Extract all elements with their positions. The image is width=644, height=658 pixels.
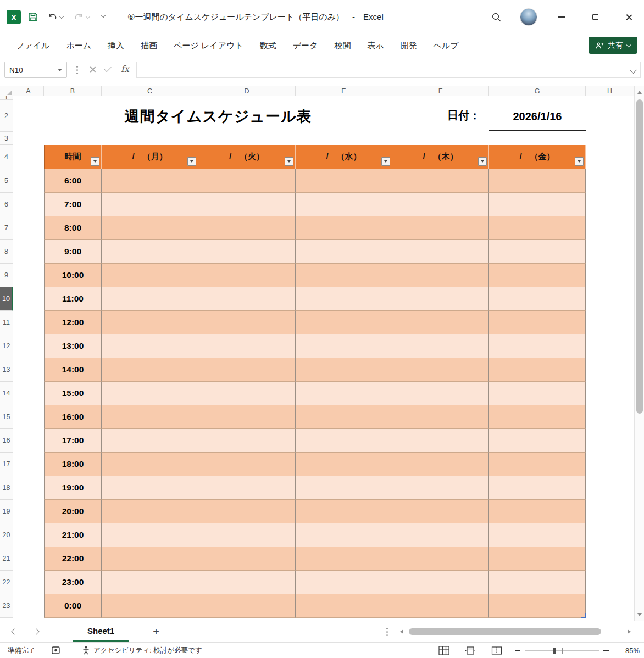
schedule-cell-fri[interactable] [489,382,586,405]
schedule-cell-mon[interactable] [102,169,198,193]
schedule-cell-wed[interactable] [296,429,392,453]
time-cell[interactable]: 13:00 [44,334,102,358]
zoom-level-label[interactable]: 85% [615,643,640,658]
schedule-cell-thu[interactable] [392,429,489,453]
schedule-cell-tue[interactable] [198,453,296,476]
schedule-cell-fri[interactable] [489,216,586,240]
schedule-cell-thu[interactable] [392,453,489,476]
schedule-cell-wed[interactable] [296,311,392,334]
time-cell[interactable]: 0:00 [44,594,102,618]
date-cell[interactable]: 2026/1/16 [489,104,586,131]
undo-dropdown-chevron-icon[interactable] [59,14,64,19]
table-header-tue[interactable]: / （火） [198,145,296,169]
add-sheet-button[interactable]: + [146,621,166,642]
column-header-B[interactable]: B [44,86,102,96]
formula-input[interactable] [136,62,641,78]
schedule-cell-mon[interactable] [102,523,198,547]
row-header-7[interactable]: 7 [0,216,13,240]
column-header-C[interactable]: C [102,86,198,96]
schedule-cell-thu[interactable] [392,547,489,571]
vertical-scrollbar[interactable] [634,86,644,621]
schedule-cell-fri[interactable] [489,193,586,216]
row-header-16[interactable]: 16 [0,429,13,453]
schedule-cell-thu[interactable] [392,405,489,429]
time-cell[interactable]: 10:00 [44,264,102,287]
time-cell[interactable]: 15:00 [44,382,102,405]
filter-button[interactable] [91,157,99,166]
schedule-cell-mon[interactable] [102,382,198,405]
ribbon-tab-developer[interactable]: 開発 [392,34,425,57]
column-header-E[interactable]: E [296,86,392,96]
row-header-6[interactable]: 6 [0,193,13,216]
macro-record-button[interactable] [52,643,60,658]
horizontal-scrollbar[interactable] [397,626,634,638]
schedule-cell-fri[interactable] [489,547,586,571]
schedule-cell-fri[interactable] [489,311,586,334]
quick-access-toolbar-chevron-icon[interactable] [101,13,106,18]
schedule-cell-fri[interactable] [489,358,586,382]
formula-bar-grip-icon[interactable] [75,65,79,74]
zoom-in-button[interactable] [601,643,610,658]
schedule-cell-tue[interactable] [198,547,296,571]
filter-button[interactable] [381,157,390,166]
insert-function-icon[interactable]: fx [121,64,129,74]
confirm-entry-icon[interactable] [104,65,111,72]
scroll-up-button[interactable] [635,87,644,97]
schedule-cell-fri[interactable] [489,240,586,264]
time-cell[interactable]: 22:00 [44,547,102,571]
table-header-time[interactable]: 時間 [44,145,102,169]
schedule-cell-tue[interactable] [198,264,296,287]
time-cell[interactable]: 8:00 [44,216,102,240]
schedule-cell-tue[interactable] [198,500,296,523]
row-header-8[interactable]: 8 [0,240,13,264]
row-header-21[interactable]: 21 [0,547,13,571]
schedule-cell-thu[interactable] [392,571,489,594]
schedule-cell-fri[interactable] [489,523,586,547]
schedule-cell-wed[interactable] [296,382,392,405]
schedule-cell-mon[interactable] [102,193,198,216]
schedule-cell-mon[interactable] [102,311,198,334]
time-cell[interactable]: 11:00 [44,287,102,311]
schedule-cell-fri[interactable] [489,500,586,523]
schedule-cell-tue[interactable] [198,193,296,216]
schedule-cell-wed[interactable] [296,571,392,594]
row-header-11[interactable]: 11 [0,311,13,334]
name-box[interactable]: N10 [4,62,67,78]
schedule-cell-mon[interactable] [102,264,198,287]
schedule-cell-mon[interactable] [102,476,198,500]
sheet-tab-sheet1[interactable]: Sheet1 [73,621,129,642]
ribbon-tab-view[interactable]: 表示 [359,34,392,57]
schedule-cell-mon[interactable] [102,334,198,358]
table-header-thu[interactable]: / （木） [392,145,489,169]
ribbon-tab-data[interactable]: データ [285,34,326,57]
name-box-chevron-icon[interactable] [58,69,62,71]
time-cell[interactable]: 17:00 [44,429,102,453]
schedule-cell-wed[interactable] [296,287,392,311]
row-header-17[interactable]: 17 [0,453,13,476]
row-header-13[interactable]: 13 [0,358,13,382]
schedule-cell-tue[interactable] [198,287,296,311]
row-header-9[interactable]: 9 [0,264,13,287]
schedule-cell-thu[interactable] [392,476,489,500]
schedule-cell-wed[interactable] [296,523,392,547]
column-header-F[interactable]: F [392,86,489,96]
schedule-cell-thu[interactable] [392,523,489,547]
schedule-cell-thu[interactable] [392,334,489,358]
schedule-cell-fri[interactable] [489,453,586,476]
row-header-14[interactable]: 14 [0,382,13,405]
row-header-10[interactable]: 10 [0,287,13,311]
table-header-fri[interactable]: / （金） [489,145,586,169]
vertical-scrollbar-thumb[interactable] [636,99,643,414]
column-header-G[interactable]: G [489,86,586,96]
time-cell[interactable]: 16:00 [44,405,102,429]
schedule-cell-thu[interactable] [392,264,489,287]
close-button[interactable] [616,6,641,28]
scroll-right-button[interactable] [624,626,634,638]
search-button[interactable] [484,6,509,28]
ribbon-tab-page-layout[interactable]: ページ レイアウト [165,34,252,57]
schedule-cell-tue[interactable] [198,382,296,405]
schedule-cell-thu[interactable] [392,500,489,523]
column-header-D[interactable]: D [198,86,296,96]
schedule-cell-wed[interactable] [296,216,392,240]
schedule-cell-wed[interactable] [296,169,392,193]
